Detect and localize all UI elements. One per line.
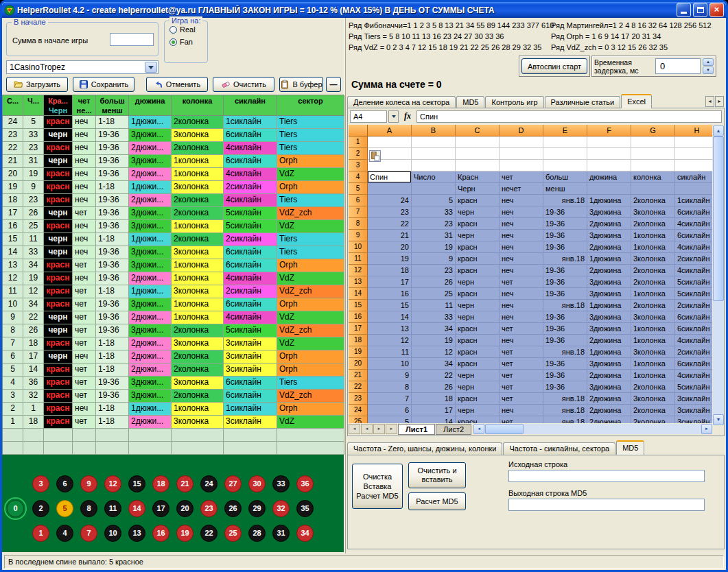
excel-cell-H22[interactable]: 5сиклайн [675,381,712,393]
excel-horizontal-scrollbar[interactable]: ◄ ► [473,424,712,434]
board-number-22[interactable]: 22 [200,525,218,542]
excel-column-header-D[interactable]: D [500,125,543,136]
md5-calc-button[interactable]: Расчет MD5 [408,492,466,510]
excel-cell-C6[interactable]: красн [456,195,500,206]
tab-wheel-sectors[interactable]: Деление колеса на сектора [347,96,456,108]
excel-cell-E20[interactable]: 19-36 [543,358,587,370]
undo-button[interactable]: Отменить [146,77,208,92]
board-number-8[interactable]: 8 [80,500,97,517]
board-number-13[interactable]: 13 [128,525,145,542]
excel-cell-G19[interactable]: 3колонка [631,346,675,358]
excel-cell-B1[interactable] [412,136,456,148]
excel-cell-H16[interactable]: 6сиклайн [675,311,712,323]
board-number-32[interactable]: 32 [272,500,290,517]
excel-cell-A24[interactable]: 6 [368,405,412,416]
excel-cell-B2[interactable] [412,148,456,160]
excel-cell-B19[interactable]: 12 [412,346,456,358]
excel-cell-H1[interactable] [675,136,712,148]
excel-cell-D2[interactable] [500,148,543,160]
excel-row-header-21[interactable]: 21 [349,370,368,381]
board-number-24[interactable]: 24 [200,475,218,492]
horizontal-scrollbar-thumb[interactable] [485,424,524,434]
excel-cell-D14[interactable]: неч [500,288,543,300]
excel-cell-C17[interactable]: красн [456,323,500,335]
vertical-scrollbar-thumb[interactable] [713,136,724,301]
cell-name-box[interactable]: A4 [350,110,387,123]
excel-cell-D17[interactable]: чет [500,323,543,335]
excel-cell-G8[interactable]: 2колонка [631,218,675,230]
excel-cell-E15[interactable]: янв.18 [543,300,587,311]
excel-cell-C2[interactable] [456,148,500,160]
excel-cell-C5[interactable]: Черн [456,183,500,195]
excel-cell-B3[interactable] [412,160,456,171]
excel-cell-A20[interactable]: 10 [368,358,412,370]
board-number-29[interactable]: 29 [248,500,266,517]
copy-to-buffer-button[interactable]: В буфер [279,77,323,92]
excel-cell-F17[interactable]: 3дюжина [587,323,631,335]
start-sum-input[interactable] [110,33,154,46]
excel-cell-H11[interactable]: 2сиклайн [675,253,712,265]
excel-cell-F8[interactable]: 2дюжина [587,218,631,230]
excel-cell-D5[interactable]: нечет [500,183,543,195]
excel-cell-H5[interactable] [675,183,712,195]
excel-cell-C20[interactable]: красн [456,358,500,370]
excel-cell-C4[interactable]: Красн [456,171,500,183]
excel-cell-D12[interactable]: неч [500,265,543,276]
radio-option-real[interactable]: Real [169,25,207,34]
excel-cell-G10[interactable]: 1колонка [631,241,675,253]
excel-cell-B9[interactable]: 31 [412,230,456,241]
board-number-4[interactable]: 4 [56,525,73,542]
tab-scroll-right-icon[interactable]: ► [715,96,724,107]
casino-select[interactable]: 1CasinoTropez [6,60,158,74]
excel-cell-A10[interactable]: 20 [368,241,412,253]
excel-cell-E16[interactable]: 19-36 [543,311,587,323]
tab-md5[interactable]: MD5 [456,96,484,108]
excel-cell-H13[interactable]: 5сиклайн [675,276,712,288]
scroll-right-icon[interactable]: ► [701,424,712,434]
excel-cell-C12[interactable]: красн [456,265,500,276]
board-number-34[interactable]: 34 [296,525,314,542]
board-number-9[interactable]: 9 [80,475,97,492]
excel-cell-C8[interactable]: красн [456,218,500,230]
excel-cell-E13[interactable]: 19-36 [543,276,587,288]
excel-cell-E11[interactable]: янв.18 [543,253,587,265]
sheet-first-icon[interactable]: ◄ [349,424,360,434]
excel-cell-G5[interactable] [631,183,675,195]
excel-cell-C15[interactable]: черн [456,300,500,311]
excel-cell-G15[interactable]: 2колонка [631,300,675,311]
excel-cell-F3[interactable] [587,160,631,171]
excel-cell-C22[interactable]: черн [456,381,500,393]
delay-value-field[interactable]: 0 [655,58,701,74]
md5-clear-insert-button[interactable]: Очистить и вставить [408,462,466,488]
excel-column-header-F[interactable]: F [587,125,631,136]
board-number-12[interactable]: 12 [104,475,121,492]
excel-cell-F23[interactable]: 2дюжина [587,393,631,405]
excel-cell-G9[interactable]: 1колонка [631,230,675,241]
excel-cell-E14[interactable]: 19-36 [543,288,587,300]
excel-cell-A7[interactable]: 23 [368,206,412,218]
excel-cell-A8[interactable]: 22 [368,218,412,230]
excel-cell-F22[interactable]: 3дюжина [587,381,631,393]
excel-cell-G18[interactable]: 1колонка [631,335,675,346]
excel-cell-B6[interactable]: 5 [412,195,456,206]
excel-cell-B15[interactable]: 11 [412,300,456,311]
scroll-up-icon[interactable]: ▲ [713,126,724,136]
board-number-3[interactable]: 3 [32,475,49,492]
tab-game-control[interactable]: Контроль игр [485,96,543,108]
board-number-11[interactable]: 11 [104,500,121,517]
minimize-button[interactable] [677,3,691,17]
excel-cell-F2[interactable] [587,148,631,160]
excel-cell-D10[interactable]: неч [500,241,543,253]
board-number-15[interactable]: 15 [128,475,145,492]
excel-cell-C16[interactable]: черн [456,311,500,323]
excel-cell-E9[interactable]: 19-36 [543,230,587,241]
clear-button[interactable]: Очистить [213,77,274,92]
scroll-down-icon[interactable]: ▼ [713,414,724,425]
excel-cell-A13[interactable]: 17 [368,276,412,288]
tab-excel[interactable]: Excel [621,94,652,108]
excel-row-header-18[interactable]: 18 [349,335,368,346]
sheet-tab-2[interactable]: Лист2 [436,424,471,435]
excel-row-header-4[interactable]: 4 [349,171,368,183]
excel-row-header-7[interactable]: 7 [349,206,368,218]
excel-column-header-H[interactable]: H [675,125,712,136]
